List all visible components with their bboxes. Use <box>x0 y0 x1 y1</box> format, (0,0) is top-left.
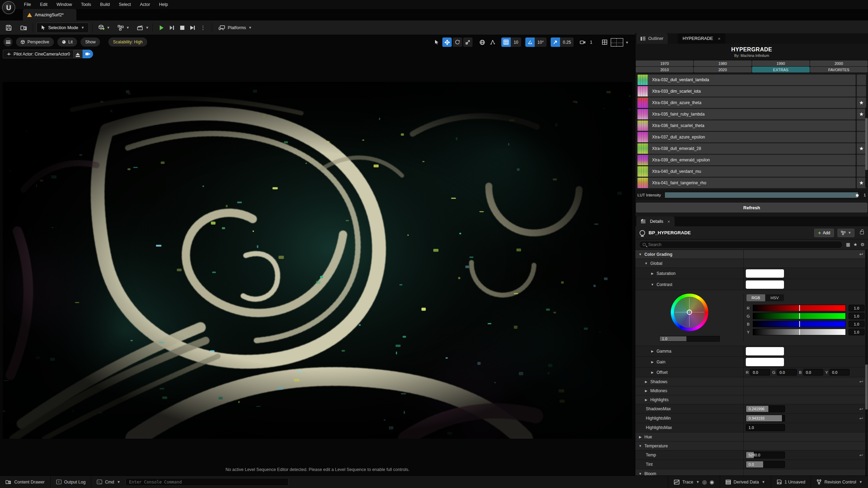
channel-value[interactable]: 1.0 <box>849 329 865 335</box>
lut-scrollbar[interactable] <box>865 108 868 187</box>
lut-row[interactable]: Xtra-040_dull_verdant_mu <box>637 166 866 177</box>
revision-control-dropdown[interactable]: Revision Control ▼ <box>811 476 868 488</box>
color-wheel[interactable] <box>671 294 708 331</box>
category-button-2000[interactable]: 2000 <box>810 60 868 66</box>
offset-field-value[interactable]: 0.0 <box>829 369 850 376</box>
menu-select[interactable]: Select <box>115 1 135 8</box>
lut-row[interactable]: Xtra-038_dull_emerald_28★ <box>637 143 866 154</box>
reset-icon[interactable]: ↩ <box>859 252 863 257</box>
star-icon-filled[interactable]: ★ <box>857 109 866 120</box>
camera-view-toggle[interactable] <box>83 50 93 58</box>
content-drawer-button[interactable]: Content Drawer <box>0 476 51 488</box>
row-shadows-max[interactable]: ShadowsMax 0.241996 ↩ <box>635 404 868 414</box>
details-settings-icon[interactable]: ⚙ <box>860 242 865 247</box>
wheel-value-slider[interactable]: 1.0 <box>659 336 720 342</box>
channel-slider-marker[interactable] <box>799 329 800 335</box>
edit-blueprint-dropdown[interactable]: ▼ <box>837 229 854 237</box>
rotate-tool[interactable] <box>453 37 462 47</box>
frame-skip-button[interactable] <box>167 23 177 33</box>
row-highlights-max[interactable]: HighlightsMax 1.0 <box>635 423 868 432</box>
row-contrast[interactable]: ▼Contrast <box>635 279 868 290</box>
reset-icon[interactable]: ↩ <box>859 416 863 421</box>
lut-row[interactable]: Xtra-033_dim_scarlet_iota <box>637 86 866 97</box>
channel-slider[interactable] <box>753 313 846 319</box>
channel-slider-marker[interactable] <box>799 305 800 311</box>
unsaved-button[interactable]: 1 Unsaved <box>771 476 811 488</box>
reset-icon[interactable]: ↩ <box>859 379 863 384</box>
derived-data-dropdown[interactable]: Derived Data ▼ <box>720 476 771 488</box>
lit-dropdown[interactable]: Lit <box>57 37 77 47</box>
row-highlights[interactable]: ▶Highlights <box>635 395 868 404</box>
row-shadows[interactable]: ▶Shadows ↩ <box>635 377 868 386</box>
row-temp[interactable]: Temp 5280.0 ↩ <box>635 451 868 460</box>
channel-value[interactable]: 1.0 <box>849 305 865 311</box>
lut-row[interactable]: Xtra-041_faint_tangerine_rho★ <box>637 177 866 188</box>
lut-item[interactable]: Xtra-040_dull_verdant_mu <box>637 166 856 177</box>
profiler-icon[interactable]: ◉ <box>710 479 714 485</box>
scale-snap-toggle[interactable] <box>551 37 560 47</box>
rotation-snap-toggle[interactable] <box>525 37 535 47</box>
viewport-options-menu[interactable] <box>3 37 12 47</box>
cmd-dropdown[interactable]: >_ Cmd ▼ Enter Console Command <box>91 476 294 488</box>
console-command-input[interactable]: Enter Console Command <box>125 478 289 486</box>
close-icon[interactable]: × <box>667 219 670 224</box>
channel-slider[interactable] <box>753 305 846 311</box>
lut-item[interactable]: Xtra-038_dull_emerald_28 <box>637 143 856 154</box>
lock-icon[interactable] <box>860 231 864 234</box>
lut-item[interactable]: Xtra-036_faint_scarlet_theta <box>637 120 856 131</box>
star-icon-filled[interactable]: ★ <box>857 143 866 154</box>
star-icon-filled[interactable]: ★ <box>857 177 866 188</box>
asset-tab-amazingsurf2[interactable]: AmazingSurf2* <box>23 9 76 20</box>
contrast-color-swatch[interactable] <box>746 280 784 289</box>
category-button-extras[interactable]: EXTRAS <box>752 67 810 73</box>
level-viewport[interactable]: Perspective Lit Show Scalability: High P… <box>0 35 635 476</box>
saturation-color-swatch[interactable] <box>746 269 784 278</box>
lut-row[interactable]: Xtra-035_faint_ruby_lambda★ <box>637 109 866 120</box>
category-button-1970[interactable]: 1970 <box>636 60 693 66</box>
camera-speed-button[interactable] <box>578 37 587 47</box>
row-midtones[interactable]: ▶Midtones <box>635 386 868 395</box>
add-component-button[interactable]: + Add <box>814 229 834 237</box>
rgb-tab[interactable]: RGB <box>746 294 765 301</box>
grid-snap-toggle[interactable] <box>501 37 511 47</box>
row-highlights-min[interactable]: HighlightsMin 0.943193 ↩ <box>635 414 868 423</box>
category-button-favorites[interactable]: FAVORITES <box>810 67 868 73</box>
star-icon-filled[interactable]: ★ <box>857 97 866 108</box>
camera-speed-value[interactable]: 1 <box>587 37 595 47</box>
lut-row[interactable]: Xtra-037_dull_azure_epsilon <box>637 132 866 143</box>
hsv-tab[interactable]: HSV <box>765 294 784 301</box>
select-tool[interactable] <box>432 37 441 47</box>
star-button-empty[interactable] <box>857 154 866 166</box>
browse-content-button[interactable] <box>19 23 29 33</box>
row-global[interactable]: ▼Global <box>635 259 868 268</box>
favorites-icon[interactable]: ★ <box>853 242 858 247</box>
category-button-2020[interactable]: 2020 <box>694 67 751 73</box>
star-button-empty[interactable] <box>857 74 866 85</box>
menu-edit[interactable]: Edit <box>36 1 51 8</box>
details-scrollbar[interactable] <box>865 250 868 488</box>
category-button-1990[interactable]: 1990 <box>752 60 810 66</box>
offset-field-value[interactable]: 0.0 <box>750 369 770 376</box>
rotation-snap-value[interactable]: 10° <box>535 37 546 47</box>
star-button-empty[interactable] <box>857 132 866 143</box>
world-coordinate-toggle[interactable] <box>477 37 487 47</box>
channel-slider-marker[interactable] <box>799 313 800 319</box>
row-tint[interactable]: Tint 0.0 <box>635 460 868 469</box>
output-log-button[interactable]: ≡ Output Log <box>51 476 92 488</box>
category-button-2010[interactable]: 2010 <box>636 67 693 73</box>
lut-row[interactable]: Xtra-039_dim_emerald_upsilon <box>637 154 866 166</box>
lut-item[interactable]: Xtra-037_dull_azure_epsilon <box>637 132 856 143</box>
show-dropdown[interactable]: Show <box>81 37 100 47</box>
surface-snapping-button[interactable] <box>488 37 497 47</box>
row-gain[interactable]: ▶Gain <box>635 357 868 368</box>
blueprints-button[interactable] <box>116 23 126 33</box>
channel-slider-marker[interactable] <box>799 321 800 327</box>
scale-tool[interactable] <box>463 37 473 47</box>
refresh-button[interactable]: Refresh <box>636 203 867 212</box>
lut-row[interactable]: Xtra-034_dim_azure_theta★ <box>637 97 866 108</box>
lut-scrollbar-thumb[interactable] <box>865 118 868 170</box>
scalability-badge[interactable]: Scalability: High <box>108 37 147 47</box>
display-filter-icon[interactable]: ▦ <box>846 242 850 247</box>
cinematics-button[interactable] <box>135 23 145 33</box>
scale-snap-value[interactable]: 0.25 <box>560 37 574 47</box>
